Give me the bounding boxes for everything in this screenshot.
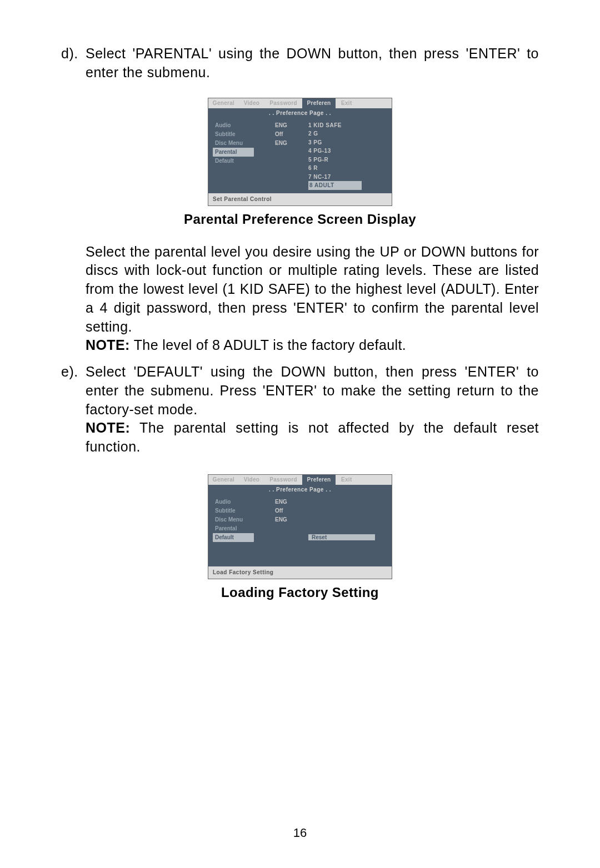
osd-mid-values: ENG Off ENG: [275, 494, 308, 566]
figure-1-caption: Parental Preference Screen Display: [61, 212, 539, 227]
figure-default-osd: General Video Password Preferen Exit . .…: [208, 474, 392, 579]
step-e-text: Select 'DEFAULT' using the DOWN button, …: [86, 364, 539, 417]
osd-tab-general: General: [208, 98, 239, 108]
note-text: The level of 8 ADULT is the factory defa…: [130, 337, 406, 353]
body-para-1: Select the parental level you desire usi…: [86, 243, 539, 355]
osd-tab-row: General Video Password Preferen Exit: [208, 98, 392, 108]
osd-mid-value: ENG: [275, 498, 308, 506]
osd-menu-item: Audio: [213, 121, 275, 130]
osd-mid-value: ENG: [275, 139, 308, 148]
osd-left-menu: Audio Subtitle Disc Menu Parental Defaul…: [208, 494, 275, 566]
osd-left-menu: Audio Subtitle Disc Menu Parental Defaul…: [208, 118, 275, 193]
figure-2-wrap: General Video Password Preferen Exit . .…: [61, 474, 539, 579]
osd-mid-values: ENG Off ENG: [275, 118, 308, 193]
osd-menu-item: Audio: [213, 498, 275, 506]
osd-tab-preference: Preferen: [302, 475, 336, 485]
osd-title: . . Preference Page . .: [208, 485, 392, 494]
osd-menu-item: Subtitle: [213, 506, 275, 515]
osd-title: . . Preference Page . .: [208, 108, 392, 118]
osd-rating-selected: 8 ADULT: [308, 181, 362, 190]
osd-rating: 7 NC-17: [308, 173, 392, 182]
osd-menu-item: Parental: [213, 524, 275, 533]
step-e-marker: e).: [61, 363, 86, 456]
osd-body: Audio Subtitle Disc Menu Parental Defaul…: [208, 118, 392, 193]
osd-tab-general: General: [208, 475, 239, 485]
osd-menu-item: Default: [213, 157, 275, 165]
osd-tab-row: General Video Password Preferen Exit: [208, 475, 392, 485]
osd-rating: 4 PG-13: [308, 147, 392, 155]
osd-tab-video: Video: [239, 98, 264, 108]
step-e-body: Select 'DEFAULT' using the DOWN button, …: [86, 363, 539, 456]
osd-rating: 1 KID SAFE: [308, 121, 392, 130]
figure-parental-osd: General Video Password Preferen Exit . .…: [208, 98, 392, 206]
osd-right-col: Reset: [308, 494, 392, 566]
osd-tab-password: Password: [264, 98, 302, 108]
figure-1-wrap: General Video Password Preferen Exit . .…: [61, 98, 539, 206]
osd-rating: 2 G: [308, 129, 392, 138]
osd-tab-video: Video: [239, 475, 264, 485]
osd-menu-item: Disc Menu: [213, 515, 275, 524]
osd-mid-value: ENG: [275, 121, 308, 130]
osd-mid-value: Off: [275, 506, 308, 515]
osd-reset-selected: Reset: [308, 534, 375, 540]
osd-footer: Load Factory Setting: [208, 566, 392, 579]
osd-tab-exit: Exit: [336, 475, 392, 485]
note-text: The parental setting is not affected by …: [86, 420, 539, 454]
osd-mid-value: Off: [275, 130, 308, 139]
osd-body: Audio Subtitle Disc Menu Parental Defaul…: [208, 494, 392, 566]
osd-tab-password: Password: [264, 475, 302, 485]
osd-menu-item: Subtitle: [213, 130, 275, 139]
osd-rating: 6 R: [308, 164, 392, 173]
osd-menu-item-selected: Default: [213, 533, 254, 542]
figure-2-caption: Loading Factory Setting: [61, 585, 539, 600]
step-d-marker: d).: [61, 44, 86, 82]
step-d-text: Select 'PARENTAL' using the DOWN button,…: [86, 44, 539, 82]
page-number: 16: [0, 826, 600, 840]
body-para-1-text: Select the parental level you desire usi…: [86, 244, 539, 334]
osd-rating: 3 PG: [308, 138, 392, 147]
osd-menu-item: Disc Menu: [213, 139, 275, 148]
osd-menu-item-selected: Parental: [213, 148, 254, 157]
osd-tab-preference: Preferen: [302, 98, 336, 108]
step-e: e). Select 'DEFAULT' using the DOWN butt…: [61, 363, 539, 456]
step-d: d). Select 'PARENTAL' using the DOWN but…: [61, 44, 539, 82]
osd-rating: 5 PG-R: [308, 155, 392, 164]
osd-footer: Set Parental Control: [208, 193, 392, 205]
osd-ratings-list: 1 KID SAFE 2 G 3 PG 4 PG-13 5 PG-R 6 R 7…: [308, 118, 392, 193]
osd-tab-exit: Exit: [336, 98, 392, 108]
note-label: NOTE:: [86, 420, 130, 435]
note-label: NOTE:: [86, 337, 130, 353]
osd-mid-value: ENG: [275, 515, 308, 524]
